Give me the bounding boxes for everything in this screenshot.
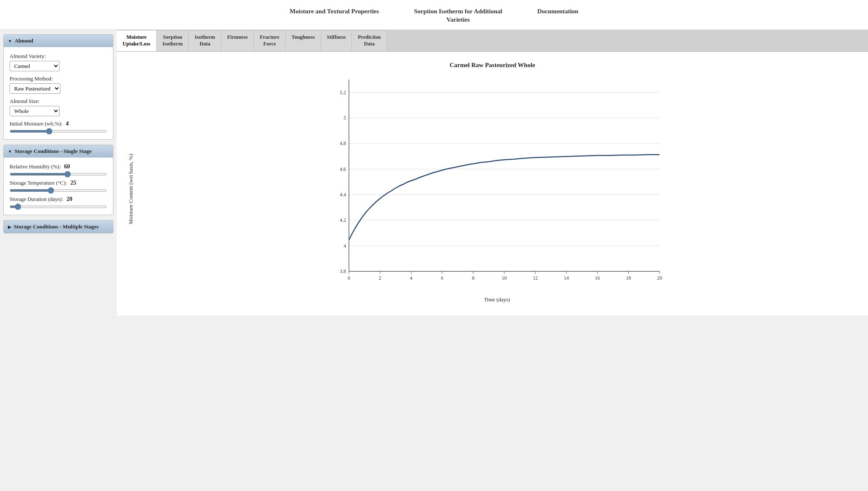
svg-text:3.8: 3.8 [340,268,346,274]
temperature-slider[interactable] [10,189,107,192]
svg-text:0: 0 [348,275,350,281]
humidity-slider-row: Relative Humidity (%): 60 [10,163,107,175]
variety-select[interactable]: Carmel Nonpareil Butte Monterey Padre [10,61,60,71]
main-layout: ▼ Almond Almond Variety: Carmel Nonparei… [0,30,868,491]
duration-label-row: Storage Duration (days): 20 [10,196,107,204]
svg-text:6: 6 [441,275,444,281]
size-field: Almond Size: Whole Sliced Slivered Diced [10,98,107,116]
svg-text:5.2: 5.2 [340,89,346,95]
nav-sorption-isotherm[interactable]: Sorption Isotherm for Additional Varieti… [412,8,504,24]
storage-multiple-title: Storage Conditions - Multiple Stages [14,223,99,230]
x-axis-label: Time (days) [134,296,860,303]
svg-text:14: 14 [564,275,569,281]
humidity-label: Relative Humidity (%): [10,163,61,170]
almond-panel-header[interactable]: ▼ Almond [4,35,113,47]
storage-multiple-panel: ▶ Storage Conditions - Multiple Stages [3,220,113,233]
tab-prediction-data[interactable]: PredictionData [352,30,387,51]
variety-field: Almond Variety: Carmel Nonpareil Butte M… [10,53,107,71]
tab-isotherm-data[interactable]: IsothermData [189,30,221,51]
svg-text:8: 8 [472,275,474,281]
chart-title: Carmel Raw Pasteurized Whole [125,62,860,69]
moisture-label: Initial Moisture (wb,%): [10,120,63,127]
temperature-label: Storage Temperature (°C): [10,180,67,186]
content-area: MoistureUptake/Loss SorptionIsotherm Iso… [117,30,868,491]
chart-wrapper: Moisture Content (wet basis, %) [125,75,860,303]
y-axis-label: Moisture Content (wet basis, %) [125,154,134,224]
size-select[interactable]: Whole Sliced Slivered Diced [10,106,60,116]
duration-slider-row: Storage Duration (days): 20 [10,196,107,208]
svg-text:12: 12 [533,275,538,281]
storage-single-header[interactable]: ▼ Storage Conditions - Single Stage [4,145,113,158]
processing-label: Processing Method: [10,75,107,82]
nav-documentation[interactable]: Documentation [537,8,578,24]
svg-text:2: 2 [379,275,381,281]
storage-multiple-arrow: ▶ [8,225,11,229]
moisture-value: 4 [66,120,69,127]
svg-rect-0 [349,80,660,271]
chart-svg: 3.8 4 4.2 4.4 4.6 4.8 5 5.2 [134,75,860,292]
svg-text:4.4: 4.4 [340,192,346,198]
svg-text:4.6: 4.6 [340,166,346,172]
moisture-slider-row: Initial Moisture (wb,%): 4 [10,120,107,133]
svg-text:4.8: 4.8 [340,140,346,146]
humidity-label-row: Relative Humidity (%): 60 [10,163,107,171]
processing-select[interactable]: Raw Pasteurized Roasted Blanched Natural [10,83,60,94]
tab-fracture-force[interactable]: FractureForce [254,30,286,51]
temperature-slider-row: Storage Temperature (°C): 25 [10,180,107,192]
processing-field: Processing Method: Raw Pasteurized Roast… [10,75,107,94]
tab-bar: MoistureUptake/Loss SorptionIsotherm Iso… [117,30,868,52]
tab-sorption-isotherm[interactable]: SorptionIsotherm [157,30,189,51]
svg-text:10: 10 [502,275,507,281]
moisture-slider[interactable] [10,130,107,133]
storage-single-title: Storage Conditions - Single Stage [15,148,92,155]
svg-text:5: 5 [344,115,346,121]
almond-panel: ▼ Almond Almond Variety: Carmel Nonparei… [3,34,113,140]
svg-text:20: 20 [657,275,662,281]
top-navigation: Moisture and Textural Properties Sorptio… [0,0,868,30]
svg-text:4.2: 4.2 [340,217,346,223]
chart-svg-area: 3.8 4 4.2 4.4 4.6 4.8 5 5.2 [134,75,860,294]
size-label: Almond Size: [10,98,107,105]
storage-multiple-header[interactable]: ▶ Storage Conditions - Multiple Stages [4,220,113,233]
chart-inner: 3.8 4 4.2 4.4 4.6 4.8 5 5.2 [134,75,860,303]
duration-slider[interactable] [10,205,107,208]
storage-single-body: Relative Humidity (%): 60 Storage Temper… [4,158,113,215]
almond-panel-title: Almond [15,38,33,44]
duration-label: Storage Duration (days): [10,196,63,203]
svg-text:4: 4 [410,275,412,281]
chart-container: Carmel Raw Pasteurized Whole Moisture Co… [117,52,868,316]
humidity-slider[interactable] [10,173,107,175]
sidebar: ▼ Almond Almond Variety: Carmel Nonparei… [0,30,117,491]
duration-value: 20 [67,196,73,203]
variety-label: Almond Variety: [10,53,107,60]
svg-text:16: 16 [595,275,600,281]
svg-text:4: 4 [344,243,346,248]
svg-text:18: 18 [626,275,631,281]
temperature-value: 25 [70,180,76,186]
temperature-label-row: Storage Temperature (°C): 25 [10,180,107,188]
tab-moisture-uptake[interactable]: MoistureUptake/Loss [117,30,157,51]
almond-panel-arrow: ▼ [8,39,12,43]
humidity-value: 60 [64,163,70,170]
moisture-label-row: Initial Moisture (wb,%): 4 [10,120,107,128]
storage-single-panel: ▼ Storage Conditions - Single Stage Rela… [3,145,113,215]
nav-moisture-textural[interactable]: Moisture and Textural Properties [290,8,379,24]
tab-toughness[interactable]: Toughness [286,30,321,51]
almond-panel-body: Almond Variety: Carmel Nonpareil Butte M… [4,47,113,139]
storage-single-arrow: ▼ [8,149,12,154]
tab-stiffness[interactable]: Stiffness [321,30,352,51]
tab-firmness[interactable]: Firmness [221,30,254,51]
